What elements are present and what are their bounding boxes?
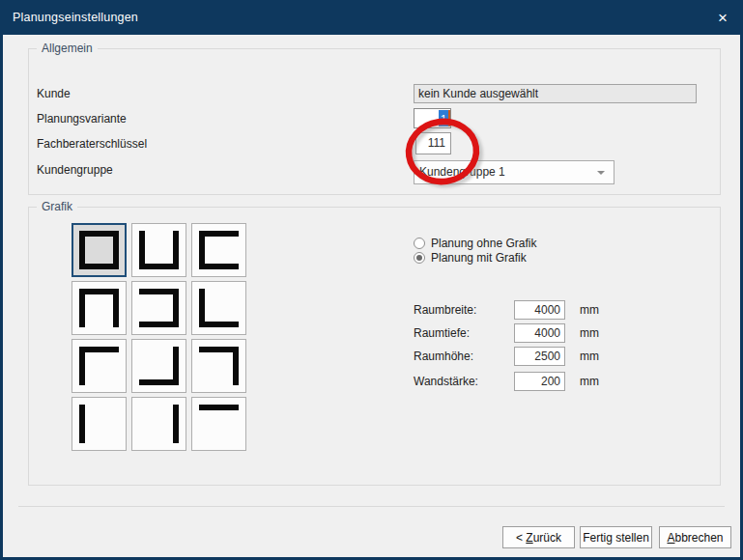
chevron-down-icon (597, 171, 605, 175)
raumhoehe-label: Raumhöhe: (414, 350, 514, 363)
room-shape-closed[interactable] (71, 223, 127, 277)
back-button[interactable]: < Zurück (502, 526, 575, 548)
planungsvariante-selected-value: 1 (439, 110, 448, 126)
room-shape-corner-bottom-left[interactable] (191, 281, 246, 335)
radio-label: Planung mit Grafik (431, 251, 527, 265)
wall-right (173, 405, 179, 443)
room-shape-icon (79, 231, 119, 269)
wall-left (79, 347, 85, 385)
wall-left (79, 289, 85, 327)
room-shape-icon (139, 405, 179, 443)
wall-bottom (199, 322, 239, 327)
wall-right (233, 347, 239, 385)
wall-right (173, 231, 179, 269)
room-shape-open-right[interactable] (191, 223, 246, 277)
raumbreite-label: Raumbreite: (414, 303, 514, 317)
room-shape-open-left[interactable] (131, 281, 186, 335)
room-shape-icon (199, 347, 239, 385)
room-shape-open-bottom[interactable] (71, 281, 127, 335)
wall-bottom (139, 379, 179, 385)
wandstaerke-label: Wandstärke: (414, 375, 514, 388)
raumbreite-input[interactable]: 4000 (514, 300, 565, 320)
raumbreite-unit: mm (580, 303, 599, 317)
radio-icon (414, 238, 425, 249)
kunde-field: kein Kunde ausgewählt (414, 84, 697, 103)
radio-planung-ohne-grafik[interactable]: Planung ohne Grafik (414, 236, 536, 250)
wandstaerke-unit: mm (580, 375, 599, 388)
group-allgemein: Allgemein Kunde kein Kunde ausgewählt Pl… (28, 48, 721, 195)
kundengruppe-label: Kundengruppe (37, 163, 113, 177)
planungsvariante-label: Planungsvariante (37, 112, 127, 126)
cancel-button[interactable]: Abbrechen (659, 526, 731, 548)
dimension-row-raumhoehe: Raumhöhe:2500mm (414, 347, 645, 366)
room-shape-icon (139, 231, 179, 269)
fachberaterschluessel-input[interactable]: 111 (415, 132, 451, 154)
room-shape-corner-top-right[interactable] (191, 339, 246, 393)
wall-top (199, 405, 239, 410)
room-shape-wall-right[interactable] (131, 397, 186, 451)
fachberaterschluessel-label: Fachberaterschlüssel (37, 137, 147, 151)
raumtiefe-label: Raumtiefe: (414, 326, 514, 340)
window-title: Planungseinstellungen (13, 11, 138, 24)
back-button-label: < Zurück (516, 531, 561, 545)
raumhoehe-input[interactable]: 2500 (514, 347, 565, 366)
room-shape-icon (79, 289, 119, 327)
raumtiefe-input[interactable]: 4000 (514, 323, 565, 343)
radio-icon (414, 252, 425, 264)
room-shape-corner-top-left[interactable] (71, 339, 127, 393)
dialog-window: Planungseinstellungen × Allgemein Kunde … (0, 0, 743, 560)
room-shape-wall-top[interactable] (191, 397, 246, 451)
wandstaerke-input[interactable]: 200 (514, 372, 565, 391)
dimension-row-raumbreite: Raumbreite:4000mm (414, 300, 645, 320)
room-shape-corner-bottom-right[interactable] (131, 339, 186, 393)
dimension-row-wandstaerke: Wandstärke:200mm (414, 372, 645, 391)
group-grafik-legend: Grafik (37, 200, 77, 213)
close-icon[interactable]: × (713, 8, 732, 27)
room-shape-icon (79, 347, 119, 385)
finish-button-label: Fertig stellen (583, 531, 649, 545)
room-shape-icon (199, 405, 239, 443)
room-shape-icon (139, 347, 179, 385)
wall-right (113, 289, 119, 327)
kundengruppe-dropdown[interactable]: Kundengruppe 1 (414, 160, 614, 184)
wall-top (79, 347, 119, 352)
room-shape-icon (199, 231, 239, 269)
wall-bottom (199, 264, 239, 269)
titlebar: Planungseinstellungen × (0, 0, 743, 35)
kundengruppe-selected-value: Kundengruppe 1 (419, 165, 505, 179)
room-shape-open-top[interactable] (131, 223, 186, 277)
wall-left (79, 405, 85, 443)
cancel-button-label: Abbrechen (667, 531, 723, 545)
dimension-row-raumtiefe: Raumtiefe:4000mm (414, 323, 645, 343)
footer-separator (18, 506, 725, 507)
kunde-label: Kunde (37, 87, 71, 100)
dimension-fields: Raumbreite:4000mmRaumtiefe:4000mmRaumhöh… (414, 300, 645, 395)
finish-button[interactable]: Fertig stellen (580, 526, 652, 548)
grafik-radio-group: Planung ohne GrafikPlanung mit Grafik (414, 236, 536, 265)
room-shape-icon (199, 289, 239, 327)
wall-bottom (79, 264, 119, 269)
wall-top (199, 231, 239, 237)
group-allgemein-legend: Allgemein (37, 42, 98, 55)
room-shape-icon (139, 289, 179, 327)
wall-left (79, 231, 85, 269)
planungsvariante-input[interactable]: 1 (414, 108, 451, 128)
room-shape-grid (71, 223, 246, 451)
group-grafik: Grafik Planung ohne GrafikPlanung mit Gr… (28, 207, 721, 486)
raumhoehe-unit: mm (580, 350, 599, 363)
dialog-content: Allgemein Kunde kein Kunde ausgewählt Pl… (3, 35, 740, 557)
room-shape-wall-left[interactable] (71, 397, 127, 451)
wall-bottom (139, 322, 179, 327)
text-cursor (448, 110, 450, 126)
radio-label: Planung ohne Grafik (431, 237, 536, 250)
radio-planung-mit-grafik[interactable]: Planung mit Grafik (414, 250, 536, 265)
room-shape-icon (79, 405, 119, 443)
raumtiefe-unit: mm (580, 326, 599, 340)
